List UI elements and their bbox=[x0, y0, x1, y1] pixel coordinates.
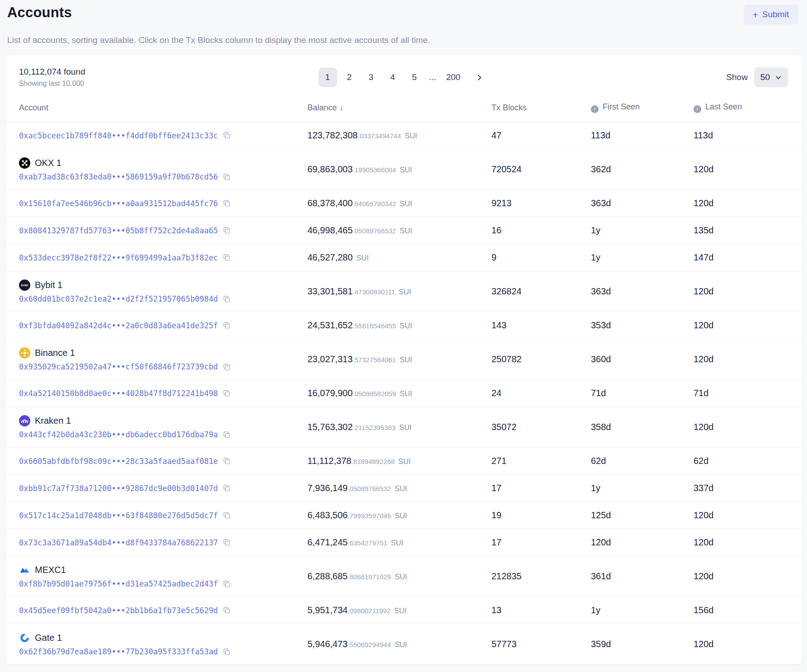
copy-icon[interactable] bbox=[222, 253, 231, 262]
pagination-page-3[interactable]: 3 bbox=[362, 68, 380, 87]
exchange-tag: MEXC1 bbox=[19, 564, 307, 576]
first-seen-value: 363d bbox=[591, 271, 694, 312]
balance-unit: SUI bbox=[400, 227, 412, 235]
exchange-name: OKX 1 bbox=[35, 158, 61, 168]
results-summary: 10,112,074 found Showing last 10,000 bbox=[19, 67, 85, 88]
account-address-link[interactable]: 0x935029ca5219502a47•••cf50f68846f723739… bbox=[19, 362, 218, 371]
balance-unit: SUI bbox=[395, 484, 407, 492]
account-address-link[interactable]: 0x62f36b79d7ea8ae189•••77b230a95f333ffa5… bbox=[19, 647, 218, 656]
balance-unit: SUI bbox=[356, 254, 369, 262]
copy-icon[interactable] bbox=[222, 173, 231, 181]
pagination-page-2[interactable]: 2 bbox=[340, 68, 359, 87]
balance-cell: 68,378,400.54065780342SUI bbox=[307, 190, 491, 217]
column-header-balance[interactable]: Balance↓ bbox=[307, 95, 491, 122]
account-cell: Binance 1 0x935029ca5219502a47•••cf50f68… bbox=[5, 339, 307, 380]
balance-decimals: .55816546455 bbox=[353, 322, 396, 330]
account-cell: 0x73c3a3671a89a54db4•••d8f9433784a768622… bbox=[5, 529, 307, 556]
copy-icon[interactable] bbox=[222, 648, 231, 656]
copy-icon[interactable] bbox=[222, 538, 231, 547]
account-address-link[interactable]: 0x73c3a3671a89a54db4•••d8f9433784a768622… bbox=[19, 538, 218, 547]
tx-blocks-value: 250782 bbox=[491, 339, 591, 380]
column-header-first-seen[interactable]: iFirst Seen bbox=[591, 95, 694, 122]
table-row: 0xbb91c7a7f738a71200•••92867dc9e00b3d014… bbox=[5, 475, 802, 502]
balance-decimals: .47300830111 bbox=[353, 288, 395, 296]
pagination-page-200[interactable]: 200 bbox=[442, 68, 465, 87]
account-address-link[interactable]: 0xf8b7b95d01ae79756f•••d31ea57425adbec2d… bbox=[19, 579, 218, 588]
copy-icon[interactable] bbox=[222, 199, 231, 208]
exchange-tag: BYBIT Bybit 1 bbox=[19, 279, 307, 291]
first-seen-value: 1y bbox=[591, 244, 694, 271]
balance-cell: 33,301,581.47300830111SUI bbox=[307, 271, 491, 312]
pagination-page-5[interactable]: 5 bbox=[406, 68, 424, 87]
kraken-icon bbox=[19, 415, 30, 426]
copy-icon[interactable] bbox=[222, 606, 231, 615]
account-address-link[interactable]: 0x533decc3978e2f8f22•••9f699499a1aa7b3f8… bbox=[19, 253, 218, 262]
table-body: 0xac5bceec1b789ff840•••f4ddf0bff6ee2413c… bbox=[5, 122, 802, 665]
copy-icon[interactable] bbox=[222, 484, 231, 492]
last-seen-value: 120d bbox=[694, 529, 802, 556]
balance-unit: SUI bbox=[400, 355, 412, 364]
gate-icon bbox=[19, 632, 30, 644]
copy-icon[interactable] bbox=[222, 457, 231, 465]
copy-icon[interactable] bbox=[222, 295, 231, 303]
balance-unit: SUI bbox=[391, 539, 404, 547]
copy-icon[interactable] bbox=[222, 580, 231, 588]
account-address-link[interactable]: 0x45d5eef09fbf5042a0•••2bb1b6a1fb73e5c56… bbox=[19, 606, 218, 615]
account-address-link[interactable]: 0xab73ad38c63f83eda0•••5869159a9f70b678c… bbox=[19, 172, 218, 181]
copy-icon[interactable] bbox=[222, 321, 231, 330]
copy-icon[interactable] bbox=[222, 389, 231, 398]
balance-integer: 23,027,313 bbox=[307, 354, 353, 364]
table-row: 0x45d5eef09fbf5042a0•••2bb1b6a1fb73e5c56… bbox=[5, 597, 802, 624]
show-label: Show bbox=[726, 72, 748, 82]
column-header-last-seen[interactable]: iLast Seen bbox=[694, 95, 802, 122]
account-address-link[interactable]: 0x60dd01bc037e2c1ea2•••d2f2f521957065b09… bbox=[19, 294, 218, 303]
last-seen-value: 120d bbox=[694, 190, 802, 217]
submit-button[interactable]: + Submit bbox=[744, 5, 798, 24]
balance-cell: 6,471,245.6354279751SUI bbox=[307, 529, 491, 556]
copy-icon[interactable] bbox=[222, 363, 231, 371]
page-size-select[interactable]: 50 bbox=[754, 67, 788, 87]
balance-cell: 15,763,302.21152395383SUI bbox=[307, 407, 491, 448]
balance-cell: 6,288,685.80661971029SUI bbox=[307, 556, 491, 597]
account-address-link[interactable]: 0xbb91c7a7f738a71200•••92867dc9e00b3d014… bbox=[19, 484, 218, 493]
tx-blocks-value: 17 bbox=[491, 475, 591, 502]
table-row: 0xf3bfda04092a842d4c•••2a0c0d83a6ea41de3… bbox=[5, 312, 802, 339]
exchange-name: Gate 1 bbox=[35, 633, 62, 643]
balance-cell: 46,527,280SUI bbox=[307, 244, 491, 271]
table-row: 0x73c3a3671a89a54db4•••d8f9433784a768622… bbox=[5, 529, 802, 556]
copy-icon[interactable] bbox=[222, 431, 231, 439]
account-address-link[interactable]: 0x15610fa7ee546b96cb•••a0aa931512bad445f… bbox=[19, 199, 218, 208]
table-row: Binance 1 0x935029ca5219502a47•••cf50f68… bbox=[5, 339, 802, 380]
table-header-row: Account Balance↓ Tx Blocks iFirst Seen i… bbox=[5, 95, 802, 122]
balance-integer: 6,288,685 bbox=[307, 571, 348, 581]
balance-unit: SUI bbox=[400, 199, 412, 208]
account-address-link[interactable]: 0x80841329787fd57763•••05b8ff752c2de4a8a… bbox=[19, 226, 218, 235]
pagination-next-button[interactable] bbox=[470, 68, 488, 87]
first-seen-value: 1y bbox=[591, 475, 694, 502]
column-header-tx-blocks[interactable]: Tx Blocks bbox=[491, 95, 591, 122]
binance-icon bbox=[19, 347, 30, 359]
account-address-link[interactable]: 0xf3bfda04092a842d4c•••2a0c0d83a6ea41de3… bbox=[19, 321, 218, 330]
account-address-link[interactable]: 0x6605abfdbfbf98c09c•••28c33a5faaed5aaf0… bbox=[19, 457, 218, 466]
tx-blocks-value: 326824 bbox=[491, 271, 591, 312]
account-address-link[interactable]: 0x4a52140150b8d0ae0c•••4028b47f8d712241b… bbox=[19, 389, 218, 398]
copy-icon[interactable] bbox=[222, 131, 231, 140]
pagination-page-1[interactable]: 1 bbox=[319, 68, 337, 87]
pagination-page-4[interactable]: 4 bbox=[384, 68, 402, 87]
first-seen-value: 363d bbox=[591, 190, 694, 217]
account-cell: 0x517c14c25a1d7048db•••63f84880e276d5d5d… bbox=[5, 502, 307, 529]
account-address-link[interactable]: 0x443cf42b0da43c230b•••db6adecc0bd176dba… bbox=[19, 430, 218, 439]
copy-icon[interactable] bbox=[222, 226, 231, 235]
exchange-tag: Binance 1 bbox=[19, 347, 307, 359]
copy-icon[interactable] bbox=[222, 511, 231, 520]
account-address-link[interactable]: 0x517c14c25a1d7048db•••63f84880e276d5d5d… bbox=[19, 511, 218, 520]
balance-unit: SUI bbox=[395, 640, 407, 648]
last-seen-value: 113d bbox=[694, 122, 802, 149]
tx-blocks-value: 9213 bbox=[491, 190, 591, 217]
last-seen-value: 120d bbox=[694, 502, 802, 529]
table-row: BYBIT Bybit 1 0x60dd01bc037e2c1ea2•••d2f… bbox=[5, 271, 802, 312]
exchange-tag: OKX 1 bbox=[19, 157, 307, 169]
balance-unit: SUI bbox=[400, 389, 412, 398]
account-cell: 0x80841329787fd57763•••05b8ff752c2de4a8a… bbox=[5, 217, 307, 244]
account-address-link[interactable]: 0xac5bceec1b789ff840•••f4ddf0bff6ee2413c… bbox=[19, 131, 218, 140]
